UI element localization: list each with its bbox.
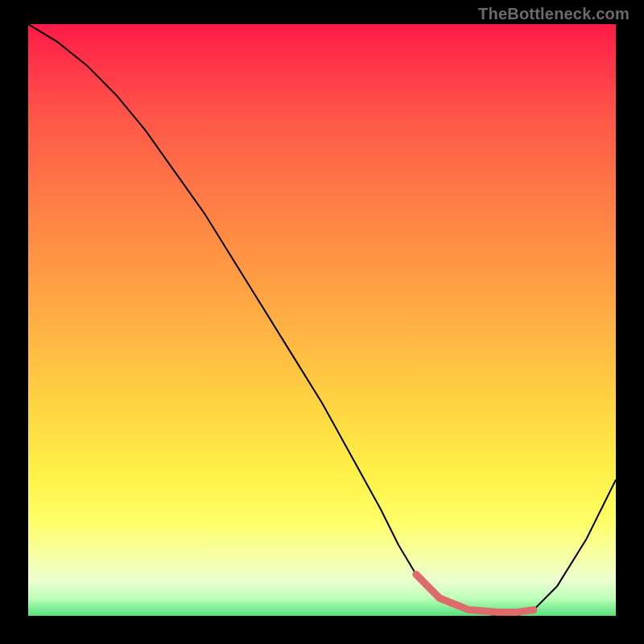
plot-svg [28,24,616,616]
plot-area [28,24,616,616]
chart-stage: TheBottleneck.com [0,0,644,644]
bottleneck-curve [28,24,616,616]
watermark-text: TheBottleneck.com [478,5,630,23]
optimal-zone-marker [416,575,534,613]
